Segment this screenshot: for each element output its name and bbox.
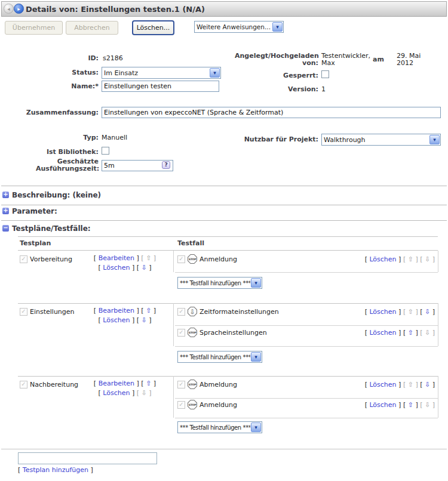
delete-testplan-link[interactable]: Löschen (98, 264, 134, 272)
move-testplan-up-link[interactable]: ⇧ (141, 307, 156, 314)
check-icon: ✓ (179, 381, 183, 387)
divider (1, 449, 447, 449)
help-glyph: ? (164, 162, 167, 168)
delete-testplan-link[interactable]: Löschen (98, 316, 134, 324)
project-select[interactable]: Walkthrough ▾ (321, 134, 441, 146)
down-arrow-icon: ⇩ (142, 316, 147, 324)
move-testcase-up-link: ⇧ (403, 255, 418, 263)
check-icon: ✓ (179, 308, 183, 314)
column-divider (173, 251, 174, 272)
minus-glyph: − (3, 224, 8, 231)
move-testplan-up-link[interactable]: ⇧ (141, 380, 156, 387)
id-label: ID: (3, 55, 99, 62)
down-arrow-icon: ⇩ (425, 255, 430, 263)
type-label: Typ: (3, 134, 99, 141)
section-parameter[interactable]: Parameter: (12, 207, 57, 215)
nav-forward-button[interactable]: ▸ (14, 4, 24, 14)
move-testcase-down-link[interactable]: ⇩ (420, 308, 435, 316)
down-arrow-icon: ⇩ (425, 308, 430, 316)
help-icon[interactable]: ? (162, 161, 170, 169)
delete-testcase-link[interactable]: Löschen (365, 329, 401, 337)
expand-icon[interactable]: + (2, 208, 9, 214)
dropdown-arrow-icon: ▾ (210, 68, 220, 78)
column-divider (173, 303, 174, 346)
add-testcase-select[interactable]: *** Testfall hinzufügen *** ▾ (177, 421, 262, 433)
check-icon: ✓ (21, 308, 26, 314)
delete-label: Löschen (103, 264, 130, 272)
stop-text: STOP (188, 400, 197, 409)
apply-button: Übernehmen (5, 21, 63, 35)
add-testplan-label: Testplan hinzufügen (23, 466, 88, 474)
up-arrow-icon: ⇧ (146, 380, 151, 387)
dropdown-arrow-icon: ▾ (251, 423, 261, 432)
move-testcase-down-link[interactable]: ⇩ (420, 381, 435, 388)
testplan-checkbox: ✓ (20, 381, 27, 388)
testcase-name: Abmeldung (200, 381, 237, 388)
collapse-icon[interactable]: − (2, 225, 9, 232)
type-value: Manuell (102, 134, 127, 141)
status-select[interactable]: Im Einsatz ▾ (102, 67, 221, 79)
edit-testplan-link[interactable]: Bearbeiten (94, 254, 139, 262)
project-label: Nutzbar für Projekt: (223, 136, 318, 143)
section-testplans[interactable]: Testpläne/Testfälle: (12, 224, 91, 233)
add-testplan-link[interactable]: Testplan hinzufügen (18, 466, 93, 474)
testplan-column-header: Testplan (20, 239, 51, 247)
divider (18, 236, 438, 237)
locked-label: Gesperrt: (223, 72, 318, 79)
testcase-name: Spracheinstellungen (200, 329, 267, 337)
name-input[interactable] (102, 81, 219, 92)
testplan-links: Bearbeiten ⇧ Löschen ⇩ (87, 306, 163, 325)
testfall-column-header: Testfall (177, 239, 204, 247)
move-testplan-down-link[interactable]: ⇩ (137, 264, 152, 272)
locked-checkbox[interactable] (321, 70, 329, 78)
delete-label: Löschen (369, 255, 396, 263)
summary-input[interactable] (102, 107, 441, 118)
title-bar: ◂ ▸ Details von: Einstellungen testen.1 … (1, 1, 447, 17)
stop-icon: STOP (188, 400, 197, 409)
section-description[interactable]: Beschreibung: (keine) (12, 191, 101, 199)
stop-icon: STOP (188, 328, 197, 337)
dropdown-arrow-icon: ▾ (272, 22, 283, 32)
add-testcase-select[interactable]: *** Testfall hinzufügen *** ▾ (177, 277, 262, 289)
delete-button[interactable]: Löschen... (132, 20, 174, 35)
add-testcase-value: *** Testfall hinzufügen *** (178, 424, 250, 431)
divider (1, 186, 447, 186)
delete-testcase-link[interactable]: Löschen (365, 401, 401, 409)
add-testcase-value: *** Testfall hinzufügen *** (178, 280, 250, 286)
check-icon: ✓ (179, 255, 183, 262)
testcase-checkbox: ✓ (177, 381, 185, 388)
plus-glyph: + (3, 207, 8, 214)
forward-arrow-icon: ▸ (17, 6, 20, 12)
testplan-links: Bearbeiten ⇧ Löschen ⇩ (87, 254, 163, 273)
stop-text: STOP (188, 328, 197, 337)
library-checkbox[interactable] (102, 147, 109, 155)
status-label: Status: (3, 69, 99, 76)
testcase-checkbox: ✓ (177, 308, 185, 316)
up-arrow-icon: ⇧ (408, 308, 413, 316)
new-testplan-input[interactable] (18, 452, 157, 464)
move-testplan-down-link[interactable]: ⇩ (137, 316, 152, 324)
edit-testplan-link[interactable]: Bearbeiten (94, 307, 139, 314)
expand-icon[interactable]: + (2, 192, 9, 198)
more-actions-select[interactable]: Weitere Anweisungen... ▾ (194, 21, 284, 33)
up-arrow-icon: ⇧ (146, 254, 151, 262)
testplan-links: Bearbeiten ⇧ Löschen ⇩ (87, 379, 163, 398)
delete-testplan-link[interactable]: Löschen (98, 389, 134, 397)
page-title: Details von: Einstellungen testen.1 (N/A… (26, 5, 205, 14)
move-testcase-up-link[interactable]: ⇧ (403, 401, 418, 409)
dropdown-arrow-icon: ▾ (429, 135, 440, 144)
add-testplan-row: Testplan hinzufügen (18, 466, 93, 474)
delete-testcase-link[interactable]: Löschen (365, 255, 401, 263)
move-testcase-up-link[interactable]: ⇧ (403, 329, 418, 337)
edit-testplan-link[interactable]: Bearbeiten (94, 380, 139, 387)
divider (1, 205, 447, 205)
dropdown-arrow-icon: ▾ (251, 278, 261, 288)
delete-testcase-link[interactable]: Löschen (365, 381, 401, 388)
add-testcase-select[interactable]: *** Testfall hinzufügen *** ▾ (177, 351, 262, 363)
nav-back-button: ◂ (4, 4, 14, 14)
delete-testcase-link[interactable]: Löschen (365, 308, 401, 316)
up-arrow-icon: ⇧ (408, 381, 413, 388)
stop-icon: STOP (188, 254, 197, 264)
status-value: Im Einsatz (102, 69, 209, 77)
name-label: Name:* (3, 83, 99, 90)
